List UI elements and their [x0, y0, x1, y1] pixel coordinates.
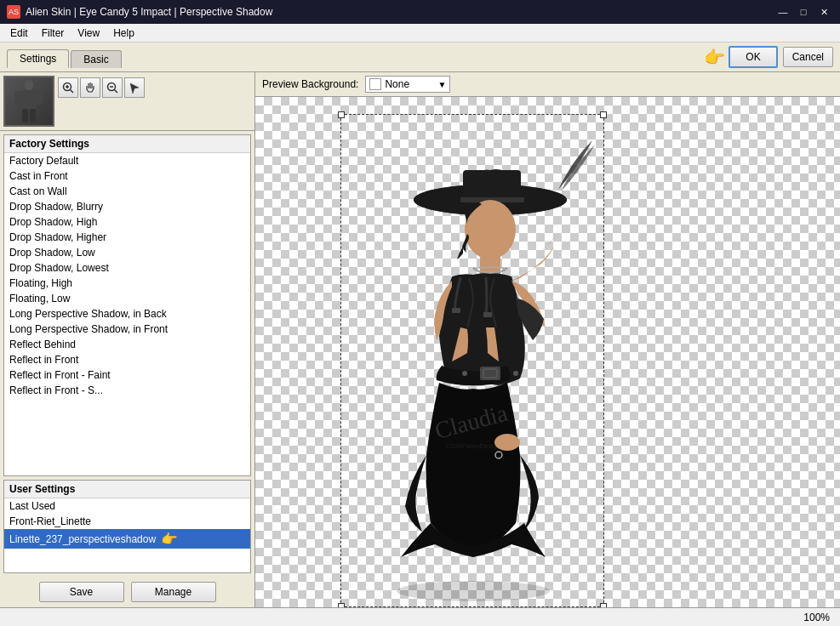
tab-settings[interactable]: Settings: [7, 49, 69, 68]
maximize-button[interactable]: □: [794, 3, 813, 20]
app-icon: AS: [7, 5, 20, 19]
handle-top-left[interactable]: [338, 111, 345, 118]
preview-bg-color-swatch: [369, 78, 381, 90]
list-item[interactable]: Drop Shadow, Higher: [4, 230, 250, 245]
list-item[interactable]: Factory Default: [4, 153, 250, 168]
svg-rect-1: [21, 90, 37, 109]
bottom-buttons: Save Manage: [0, 577, 254, 607]
image-selection-area: Claudia CGGFWebDesign: [340, 114, 604, 607]
preview-bg-select[interactable]: None ▼: [365, 76, 450, 93]
factory-settings-header: Factory Settings: [4, 135, 250, 153]
ok-cancel-area: 👉 OK Cancel: [704, 46, 833, 68]
svg-line-11: [115, 90, 118, 94]
svg-point-13: [397, 581, 550, 601]
user-settings-header: User Settings: [4, 481, 250, 498]
svg-text:CGGFWebDesign: CGGFWebDesign: [446, 442, 500, 450]
zoom-in-tool[interactable]: [58, 77, 78, 98]
minimize-button[interactable]: —: [774, 3, 792, 20]
close-button[interactable]: ✕: [814, 3, 833, 20]
svg-rect-25: [452, 308, 460, 313]
status-bar: 100%: [0, 607, 840, 626]
menu-edit[interactable]: Edit: [3, 26, 35, 41]
user-settings-panel: User Settings Last Used Front-Riet_Linet…: [3, 480, 251, 573]
list-item[interactable]: Drop Shadow, High: [4, 214, 250, 230]
selected-item-label: Linette_237_perspectiveshadow: [9, 533, 156, 545]
zoom-out-tool[interactable]: [102, 77, 123, 98]
list-item[interactable]: Drop Shadow, Lowest: [4, 260, 250, 276]
svg-rect-2: [14, 91, 21, 105]
list-item[interactable]: Long Perspective Shadow, in Back: [4, 306, 250, 322]
left-panel: Factory Settings Factory Default Cast in…: [0, 72, 255, 607]
factory-settings-list: Factory Default Cast in Front Cast on Wa…: [4, 153, 250, 398]
window-title: Alien Skin | Eye Candy 5 Impact | Perspe…: [26, 6, 272, 18]
arrow-tool[interactable]: [124, 77, 145, 98]
title-bar: AS Alien Skin | Eye Candy 5 Impact | Per…: [0, 0, 840, 24]
svg-rect-5: [30, 109, 36, 122]
preview-canvas[interactable]: Claudia CGGFWebDesign: [255, 97, 840, 607]
save-button[interactable]: Save: [39, 582, 124, 602]
svg-rect-4: [22, 109, 28, 122]
svg-rect-3: [37, 91, 43, 105]
main-container: Settings Basic 👉 OK Cancel: [0, 43, 840, 626]
window-controls: — □ ✕: [774, 3, 833, 20]
list-item[interactable]: Reflect in Front - Faint: [4, 367, 250, 383]
figure-svg: Claudia CGGFWebDesign: [341, 115, 605, 607]
list-item[interactable]: Floating, High: [4, 276, 250, 291]
svg-point-24: [513, 371, 518, 376]
svg-rect-26: [483, 312, 492, 317]
svg-rect-0: [25, 80, 33, 90]
user-arrow-icon: 👉: [161, 531, 178, 547]
dropdown-arrow-icon: ▼: [437, 80, 446, 89]
settings-section: Factory Settings Factory Default Cast in…: [0, 131, 254, 577]
menu-bar: Edit Filter View Help: [0, 24, 840, 43]
handle-bottom-left[interactable]: [338, 603, 345, 607]
preview-bg-label: Preview Background:: [262, 78, 358, 90]
list-item[interactable]: Drop Shadow, Low: [4, 245, 250, 260]
menu-view[interactable]: View: [71, 26, 106, 41]
factory-settings-panel: Factory Settings Factory Default Cast in…: [3, 134, 251, 476]
menu-help[interactable]: Help: [106, 26, 141, 41]
list-item[interactable]: Reflect in Front - S...: [4, 383, 250, 398]
handle-bottom-right[interactable]: [600, 603, 607, 607]
zoom-level: 100%: [803, 612, 830, 623]
user-list-item-selected[interactable]: Linette_237_perspectiveshadow 👉: [4, 529, 250, 549]
manage-button[interactable]: Manage: [131, 582, 216, 602]
ok-wrapper: 👉 OK: [704, 46, 777, 68]
hand-tool[interactable]: [80, 77, 100, 98]
list-item[interactable]: Cast on Wall: [4, 184, 250, 199]
thumbnail-preview: [3, 76, 54, 127]
svg-point-23: [462, 371, 467, 376]
tab-bar: Settings Basic: [7, 49, 122, 68]
list-item[interactable]: Reflect in Front: [4, 352, 250, 367]
preview-header: Preview Background: None ▼: [255, 72, 840, 97]
list-item[interactable]: Drop Shadow, Blurry: [4, 199, 250, 214]
list-item[interactable]: Cast in Front: [4, 168, 250, 184]
user-settings-list: Last Used Front-Riet_Linette Linette_237…: [4, 498, 250, 549]
ok-arrow-icon: 👉: [704, 47, 725, 67]
content-area: Factory Settings Factory Default Cast in…: [0, 72, 840, 607]
preview-bg-value: None: [385, 78, 409, 90]
list-item[interactable]: Long Perspective Shadow, in Front: [4, 322, 250, 337]
menu-filter[interactable]: Filter: [35, 26, 71, 41]
top-area: Settings Basic 👉 OK Cancel: [0, 43, 840, 72]
user-list-item[interactable]: Front-Riet_Linette: [4, 514, 250, 529]
factory-settings-list-container[interactable]: Factory Default Cast in Front Cast on Wa…: [4, 153, 250, 475]
list-item[interactable]: Floating, Low: [4, 291, 250, 306]
list-item[interactable]: Reflect Behind: [4, 337, 250, 352]
user-list-item[interactable]: Last Used: [4, 498, 250, 514]
right-panel: Preview Background: None ▼: [255, 72, 840, 607]
svg-line-7: [71, 90, 74, 94]
cancel-button[interactable]: Cancel: [783, 47, 833, 67]
handle-top-right[interactable]: [600, 111, 607, 118]
tab-basic[interactable]: Basic: [71, 50, 121, 68]
ok-button[interactable]: OK: [729, 46, 777, 68]
